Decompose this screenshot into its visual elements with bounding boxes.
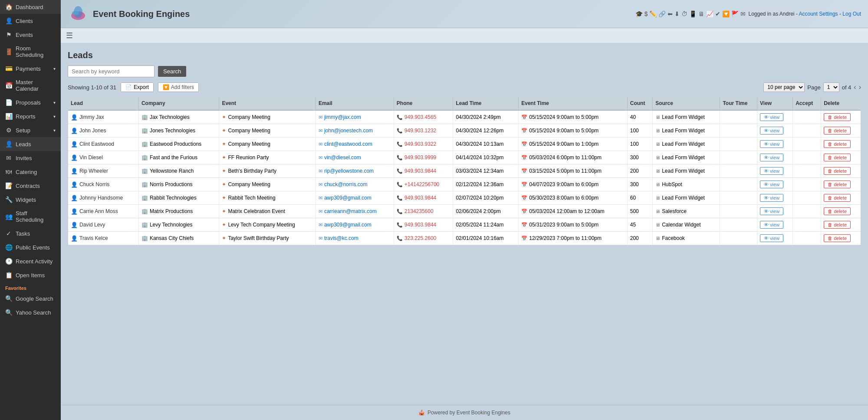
sidebar-item-reports[interactable]: 📊 Reports ▾ — [0, 109, 61, 123]
email-link[interactable]: vin@diesel.com — [324, 154, 361, 161]
view-button[interactable]: 👁 view — [760, 154, 783, 161]
phone-link[interactable]: 949.903.9322 — [404, 141, 436, 147]
view-button[interactable]: 👁 view — [760, 167, 783, 175]
graduation-icon[interactable]: 🎓 — [635, 10, 643, 17]
flag-icon[interactable]: 🚩 — [731, 10, 739, 17]
view-button[interactable]: 👁 view — [760, 221, 783, 229]
sidebar-item-setup[interactable]: ⚙ Setup ▾ — [0, 123, 61, 137]
per-page-select[interactable]: 10 per page 25 per page 50 per page — [763, 82, 805, 92]
back-icon[interactable]: ⬅ — [667, 10, 673, 17]
delete-button[interactable]: 🗑 delete — [824, 221, 851, 229]
view-button[interactable]: 👁 view — [760, 180, 783, 188]
sidebar-item-public-events[interactable]: 🌐 Public Events — [0, 240, 61, 254]
company-name: Fast and the Furious — [150, 154, 197, 161]
email-link[interactable]: travis@kc.com — [324, 235, 358, 241]
envelope-icon[interactable]: ✉ — [740, 10, 746, 17]
clock-icon[interactable]: ⏱ — [681, 10, 687, 17]
delete-button[interactable]: 🗑 delete — [824, 140, 851, 148]
sidebar-item-tasks[interactable]: ✓ Tasks — [0, 226, 61, 240]
sidebar-item-master-calendar[interactable]: 📅 Master Calendar — [0, 75, 61, 95]
sidebar-item-google-search[interactable]: 🔍 Google Search — [0, 292, 61, 305]
page-select[interactable]: 1234 — [823, 82, 839, 92]
email-link[interactable]: chuck@norris.com — [324, 181, 368, 187]
delete-button[interactable]: 🗑 delete — [824, 234, 851, 242]
event-cell: ✦ Beth's Birthday Party — [219, 164, 316, 178]
logout-link[interactable]: Log Out — [842, 11, 861, 17]
phone-link[interactable]: 949.903.9844 — [404, 195, 436, 201]
delete-button[interactable]: 🗑 delete — [824, 167, 851, 175]
search-input[interactable] — [68, 66, 155, 77]
phone-icon: 📞 — [397, 182, 403, 187]
sidebar-item-invites[interactable]: ✉ Invites — [0, 151, 61, 165]
phone-link[interactable]: 323.225.2600 — [404, 235, 436, 241]
sidebar-item-open-items[interactable]: 📋 Open Items — [0, 268, 61, 282]
account-settings-link[interactable]: Account Settings — [799, 11, 838, 17]
sidebar-item-proposals[interactable]: 📄 Proposals ▾ — [0, 95, 61, 109]
phone-link[interactable]: 949.903.9844 — [404, 222, 436, 228]
view-button[interactable]: 👁 view — [760, 140, 783, 148]
delete-icon: 🗑 — [828, 168, 832, 174]
search-button[interactable]: Search — [158, 66, 186, 77]
sidebar-item-staff-scheduling[interactable]: 👥 Staff Scheduling — [0, 207, 61, 226]
sidebar-item-widgets[interactable]: 🔧 Widgets — [0, 193, 61, 207]
count-cell: 500 — [627, 205, 652, 218]
delete-button[interactable]: 🗑 delete — [824, 127, 851, 135]
lead-name-cell: 👤 Clint Eastwood — [68, 138, 138, 151]
sidebar-item-recent-activity[interactable]: 🕐 Recent Activity — [0, 254, 61, 268]
download-icon[interactable]: ⬇ — [674, 10, 680, 17]
lead-person-icon: 👤 — [71, 235, 78, 242]
email-link[interactable]: awp309@gmail.com — [324, 195, 372, 201]
check-icon[interactable]: ✔ — [715, 10, 720, 17]
view-button[interactable]: 👁 view — [760, 127, 783, 135]
phone-link[interactable]: 949.903.9844 — [404, 168, 436, 174]
phone-link[interactable]: +14142256700 — [404, 181, 439, 187]
sidebar-item-room-scheduling[interactable]: 🚪 Room Scheduling — [0, 42, 61, 62]
company-icon: 🏢 — [141, 181, 148, 187]
lead-person-icon: 👤 — [71, 195, 78, 201]
phone-link[interactable]: 949.903.9999 — [404, 154, 436, 161]
export-button[interactable]: 📄 Export — [121, 82, 154, 92]
edit-icon[interactable]: ✏️ — [649, 10, 657, 17]
sidebar-item-contracts[interactable]: 📝 Contracts — [0, 179, 61, 193]
sidebar-item-catering[interactable]: 🍽 Catering — [0, 165, 61, 179]
delete-button[interactable]: 🗑 delete — [824, 194, 851, 202]
mobile-icon[interactable]: 📱 — [689, 10, 697, 17]
view-cell: 👁 view — [757, 110, 793, 124]
menu-toggle-icon[interactable]: ☰ — [66, 31, 73, 40]
prev-page-button[interactable]: ‹ — [854, 83, 856, 91]
link-icon[interactable]: 🔗 — [658, 10, 666, 17]
delete-button[interactable]: 🗑 delete — [824, 154, 851, 161]
dollar-icon[interactable]: $ — [644, 10, 648, 17]
phone-link[interactable]: 949.903.4565 — [404, 114, 436, 120]
chart-icon[interactable]: 📈 — [706, 10, 713, 17]
email-cell: ✉ chuck@norris.com — [316, 178, 394, 191]
sidebar-item-yahoo-search[interactable]: 🔍 Yahoo Search — [0, 305, 61, 319]
email-link[interactable]: rip@yellowstone.com — [324, 168, 374, 174]
phone-icon: 📞 — [397, 168, 403, 174]
delete-button[interactable]: 🗑 delete — [824, 180, 851, 188]
phone-link[interactable]: 949.903.1232 — [404, 128, 436, 134]
sidebar-item-events[interactable]: ⚑ Events — [0, 28, 61, 42]
tour-time-cell — [720, 138, 757, 151]
add-filters-button[interactable]: 🔽 Add filters — [158, 82, 199, 92]
delete-button[interactable]: 🗑 delete — [824, 207, 851, 215]
email-link[interactable]: john@jonestech.com — [324, 128, 373, 134]
next-page-button[interactable]: › — [859, 83, 861, 91]
source-icon: 🖥 — [655, 155, 660, 160]
email-link[interactable]: jimmy@jax.com — [324, 114, 361, 120]
delete-button[interactable]: 🗑 delete — [824, 113, 851, 121]
email-link[interactable]: carrieann@matrix.com — [324, 208, 377, 214]
view-button[interactable]: 👁 view — [760, 113, 783, 121]
sidebar-item-clients[interactable]: 👤 Clients — [0, 14, 61, 28]
desktop-icon[interactable]: 🖥 — [698, 10, 704, 17]
sidebar-item-payments[interactable]: 💳 Payments ▾ — [0, 62, 61, 75]
sidebar-item-dashboard[interactable]: 🏠 Dashboard — [0, 0, 61, 14]
view-button[interactable]: 👁 view — [760, 207, 783, 215]
sidebar-item-leads[interactable]: 👤 Leads — [0, 137, 61, 151]
email-link[interactable]: clint@eastwood.com — [324, 141, 372, 147]
phone-link[interactable]: 2134235600 — [404, 208, 434, 214]
filter-icon[interactable]: 🔽 — [722, 10, 730, 17]
view-button[interactable]: 👁 view — [760, 194, 783, 202]
email-link[interactable]: awp309@gmail.com — [324, 222, 372, 228]
view-button[interactable]: 👁 view — [760, 234, 783, 242]
